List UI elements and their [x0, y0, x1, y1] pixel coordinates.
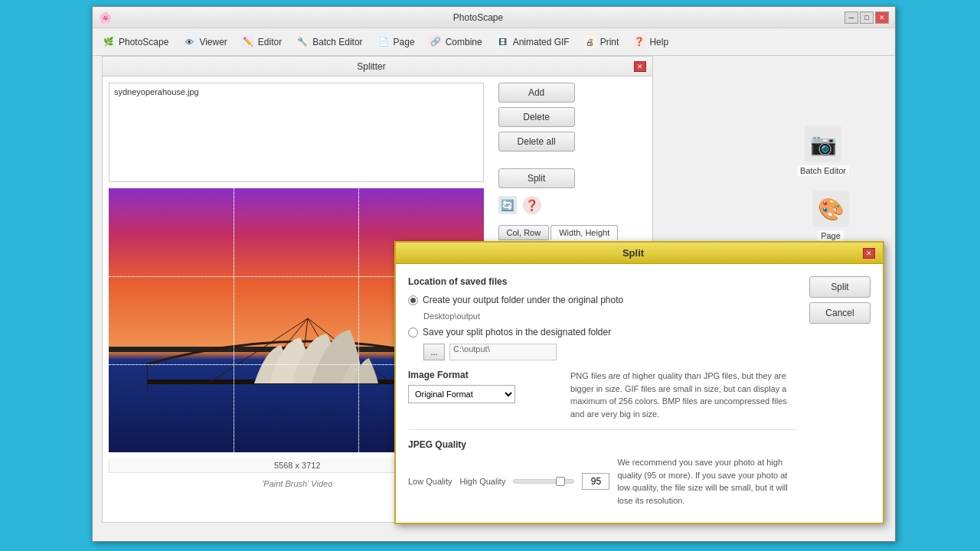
menu-item-viewer[interactable]: 👁 Viewer: [176, 32, 233, 52]
help-circle-icon[interactable]: ❓: [523, 196, 541, 214]
title-bar: 🌸 PhotoScape ─ □ ✕: [93, 7, 895, 28]
app-title: PhotoScape: [112, 12, 844, 23]
menu-item-batch-editor[interactable]: 🔧 Batch Editor: [289, 32, 368, 52]
batch-icon: 🔧: [296, 35, 309, 49]
quality-row: Low Quality High Quality 95 We recommend…: [408, 456, 797, 507]
icons-row: 🔄 ❓: [498, 196, 646, 214]
split-dialog-title: Split: [403, 247, 863, 259]
menu-bar: 🌿 PhotoScape 👁 Viewer ✏️ Editor 🔧 Batch …: [93, 28, 895, 56]
desktop-icon-batch-editor[interactable]: 📷 Batch Editor: [797, 126, 849, 176]
browse-row: ... C:\output\: [423, 344, 797, 360]
high-quality-label: High Quality: [459, 477, 505, 486]
page-desktop-icon: 🎨: [812, 191, 849, 227]
editor-icon: ✏️: [241, 35, 255, 49]
tab-width-height[interactable]: Width, Height: [550, 225, 618, 240]
split-dialog-main: Location of saved files Create your outp…: [408, 276, 797, 507]
split-dialog: Split ✕ Location of saved files Create y…: [394, 241, 884, 524]
radio-option-create: Create your output folder under the orig…: [408, 295, 797, 305]
menu-item-help[interactable]: ❓ Help: [626, 32, 675, 52]
menu-item-editor[interactable]: ✏️ Editor: [235, 32, 288, 52]
location-section-title: Location of saved files: [408, 276, 797, 287]
tab-col-row[interactable]: Col, Row: [498, 225, 550, 240]
split-dialog-title-bar: Split ✕: [396, 243, 883, 264]
window-controls: ─ □ ✕: [844, 11, 889, 24]
delete-button[interactable]: Delete: [498, 107, 575, 127]
gif-icon: 🎞: [496, 35, 510, 49]
quality-description: We recommend you save your photo at high…: [617, 456, 797, 507]
close-button[interactable]: ✕: [875, 11, 889, 24]
quality-title: JPEG Quality: [408, 439, 797, 450]
split-dialog-buttons: Split Cancel: [809, 276, 871, 507]
viewer-icon: 👁: [182, 35, 196, 49]
file-list[interactable]: sydneyoperahouse.jpg: [109, 83, 484, 182]
format-label: Image Format: [408, 370, 561, 380]
format-left: Image Format Original FormatJPGPNGBMPGIF: [408, 370, 561, 403]
quality-thumb: [556, 477, 565, 486]
menu-item-photoscape[interactable]: 🌿 PhotoScape: [96, 32, 175, 52]
splitter-close-button[interactable]: ✕: [634, 61, 646, 72]
file-list-item: sydneyoperahouse.jpg: [113, 86, 480, 97]
splitter-title-bar: Splitter ✕: [103, 57, 652, 77]
photoscape-icon: 🌿: [102, 35, 116, 49]
splitter-title: Splitter: [109, 61, 634, 72]
split-dialog-body: Location of saved files Create your outp…: [396, 264, 883, 519]
radio-designated-button[interactable]: [408, 328, 418, 337]
split-button[interactable]: Split: [498, 168, 575, 188]
format-description: PNG files are of higher quality than JPG…: [570, 370, 797, 420]
quality-slider[interactable]: [513, 479, 574, 484]
print-icon: 🖨: [583, 35, 597, 49]
radio-designated-label: Save your split photos in the designated…: [423, 327, 611, 337]
menu-item-animated-gif[interactable]: 🎞 Animated GIF: [490, 32, 576, 52]
radio-create-label: Create your output folder under the orig…: [423, 295, 623, 305]
tab-row: Col, Row Width, Height: [498, 225, 646, 240]
batch-editor-icon: 📷: [805, 126, 841, 162]
page-icon: 📄: [377, 35, 390, 49]
desktop-icon-page[interactable]: 🎨 Page: [812, 191, 849, 241]
radio-create-button[interactable]: [408, 295, 418, 305]
app-icon: 🌸: [99, 11, 112, 24]
menu-item-combine[interactable]: 🔗 Combine: [423, 32, 488, 52]
menu-item-page[interactable]: 📄 Page: [371, 32, 421, 52]
combine-icon: 🔗: [429, 35, 443, 49]
designated-path-input[interactable]: C:\output\: [449, 344, 557, 360]
output-folder-path: Desktop\output: [423, 311, 797, 321]
minimize-button[interactable]: ─: [844, 11, 858, 24]
browse-button[interactable]: ...: [423, 344, 445, 360]
maximize-button[interactable]: □: [860, 11, 874, 24]
format-row: Image Format Original FormatJPGPNGBMPGIF…: [408, 370, 797, 420]
quality-value-box[interactable]: 95: [582, 473, 609, 490]
help-icon: ❓: [632, 35, 646, 49]
dialog-cancel-button[interactable]: Cancel: [809, 302, 871, 324]
refresh-icon[interactable]: 🔄: [498, 196, 517, 214]
radio-option-designated: Save your split photos in the designated…: [408, 327, 797, 337]
split-dialog-close-button[interactable]: ✕: [863, 248, 875, 259]
format-right: PNG files are of higher quality than JPG…: [570, 370, 797, 420]
menu-item-print[interactable]: 🖨 Print: [577, 32, 626, 52]
add-button[interactable]: Add: [498, 83, 575, 103]
low-quality-label: Low Quality: [408, 477, 452, 486]
format-select[interactable]: Original FormatJPGPNGBMPGIF: [408, 385, 515, 403]
dialog-split-button[interactable]: Split: [809, 276, 871, 298]
delete-all-button[interactable]: Delete all: [498, 132, 575, 152]
quality-section: JPEG Quality Low Quality High Quality 95…: [408, 429, 797, 507]
